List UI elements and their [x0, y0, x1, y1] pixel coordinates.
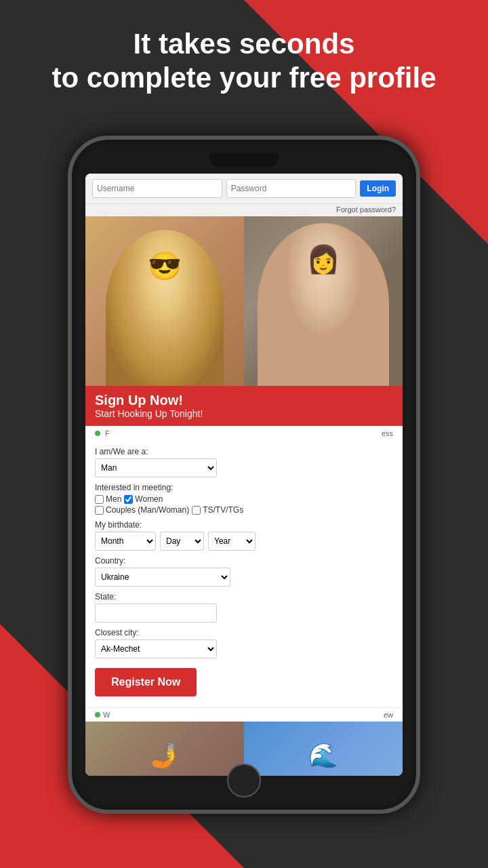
state-row: State:	[95, 592, 393, 623]
interested-couples-item: Couples (Man/Woman)	[95, 505, 189, 515]
photo-1	[85, 216, 244, 386]
nav-bar: Login	[85, 174, 403, 204]
phone-frame: Login Forgot password? Sign Up Now! Star…	[68, 136, 420, 814]
birthdate-selects: Month Day Year	[95, 532, 393, 551]
phone-notch	[210, 153, 278, 167]
signup-banner: Sign Up Now! Start Hooking Up Tonight!	[85, 386, 403, 426]
interested-men-item: Men	[95, 494, 121, 504]
online-indicator	[95, 431, 100, 436]
mid-text3: W	[95, 711, 110, 719]
i-am-label: I am/We are a:	[95, 447, 393, 456]
day-select[interactable]: Day	[160, 532, 204, 551]
forgot-password-row: Forgot password?	[85, 204, 403, 216]
country-row: Country: Ukraine	[95, 556, 393, 587]
phone-content: Login Forgot password? Sign Up Now! Star…	[85, 174, 403, 776]
photo-2	[244, 216, 403, 386]
state-label: State:	[95, 592, 393, 601]
username-input[interactable]	[92, 179, 222, 198]
form-area: I am/We are a: Man Interested in meeting…	[85, 440, 403, 707]
interested-women-item: Women	[124, 494, 163, 504]
mid-text4: ew	[384, 711, 393, 719]
interested-label: Interested in meeting:	[95, 483, 393, 492]
interested-couples-checkbox[interactable]	[95, 506, 104, 515]
header-line1: It takes seconds	[134, 28, 355, 60]
login-button[interactable]: Login	[360, 180, 396, 197]
header-line2: to complete your free profile	[52, 62, 436, 94]
signup-subtitle: Start Hooking Up Tonight!	[95, 408, 393, 419]
interested-options2: Couples (Man/Woman) TS/TV/TGs	[95, 505, 393, 515]
interested-row: Interested in meeting: Men Women	[95, 483, 393, 515]
closest-city-row: Closest city: Ak-Mechet	[95, 628, 393, 658]
header-section: It takes seconds to complete your free p…	[0, 27, 488, 96]
birthdate-row: My birthdate: Month Day Year	[95, 520, 393, 551]
closest-city-select[interactable]: Ak-Mechet	[95, 639, 217, 658]
forgot-password-link[interactable]: Forgot password?	[336, 205, 396, 214]
phone-power-button	[419, 309, 420, 363]
phone-volume-down	[68, 323, 69, 357]
interested-ts-label: TS/TV/TGs	[203, 505, 243, 515]
month-select[interactable]: Month	[95, 532, 156, 551]
mid-text2: ess	[382, 429, 393, 437]
interested-women-checkbox[interactable]	[124, 495, 133, 504]
interested-women-label: Women	[135, 494, 163, 504]
mid-info-row: F ess	[85, 426, 403, 440]
i-am-row: I am/We are a: Man	[95, 447, 393, 477]
birthdate-label: My birthdate:	[95, 520, 393, 530]
interested-men-label: Men	[106, 494, 121, 504]
mid-text1: F	[105, 429, 110, 437]
mid-info-row2: W ew	[85, 707, 403, 722]
country-select[interactable]: Ukraine	[95, 568, 230, 587]
i-am-select[interactable]: Man	[95, 458, 217, 477]
state-input[interactable]	[95, 604, 217, 623]
interested-options: Men Women	[95, 494, 393, 504]
online-indicator2	[95, 712, 100, 717]
signup-title: Sign Up Now!	[95, 393, 393, 408]
country-label: Country:	[95, 556, 393, 566]
interested-ts-item: TS/TV/TGs	[192, 505, 243, 515]
photos-grid-top	[85, 216, 403, 386]
phone-screen: Login Forgot password? Sign Up Now! Star…	[85, 174, 403, 776]
photo-3	[85, 722, 244, 776]
interested-men-checkbox[interactable]	[95, 495, 104, 504]
photo-4	[244, 722, 403, 776]
password-input[interactable]	[226, 179, 357, 198]
register-button[interactable]: Register Now	[95, 668, 197, 696]
year-select[interactable]: Year	[208, 532, 256, 551]
interested-ts-checkbox[interactable]	[192, 506, 201, 515]
interested-couples-label: Couples (Man/Woman)	[106, 505, 189, 515]
phone-volume-up	[68, 275, 69, 309]
closest-city-label: Closest city:	[95, 628, 393, 637]
phone-home-button[interactable]	[227, 764, 261, 797]
